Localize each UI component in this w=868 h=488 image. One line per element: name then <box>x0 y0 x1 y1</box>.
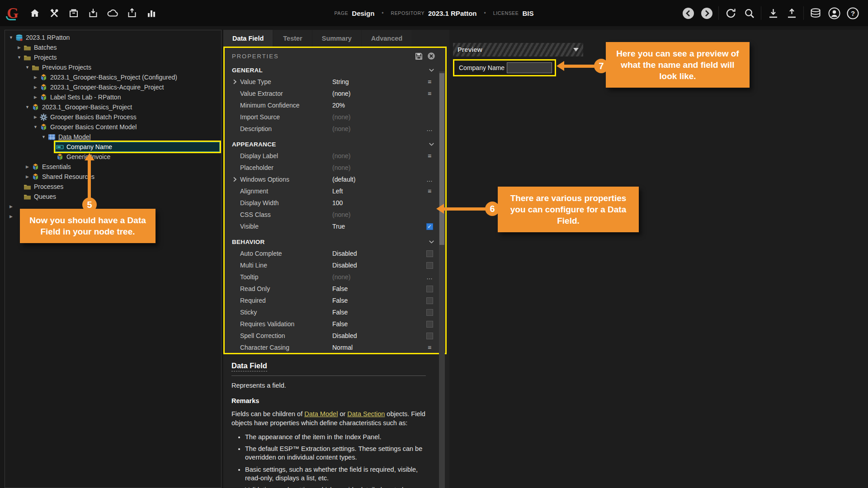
property-row-sticky[interactable]: StickyFalse <box>225 306 445 318</box>
vertical-scrollbar[interactable] <box>439 71 445 488</box>
stack-icon[interactable] <box>809 6 822 20</box>
property-row-value-extractor[interactable]: Value Extractor(none)≡ <box>225 88 445 99</box>
property-row-placeholder[interactable]: Placeholder(none) <box>225 162 445 174</box>
upload-icon[interactable] <box>785 6 798 20</box>
download-icon[interactable] <box>766 6 780 20</box>
section-header-behavior[interactable]: BEHAVIOR <box>225 236 445 248</box>
property-row-windows-options[interactable]: Windows Options(default)… <box>225 174 445 185</box>
tree-item-batches[interactable]: ▶Batches <box>5 42 221 52</box>
checkbox-unchecked[interactable] <box>426 309 433 316</box>
expander-right-icon[interactable]: ▶ <box>24 174 31 179</box>
expander-right-icon[interactable]: ▶ <box>32 75 39 80</box>
property-row-import-source[interactable]: Import Source(none) <box>225 111 445 123</box>
batches-icon[interactable] <box>67 6 80 20</box>
tree-item-projects[interactable]: ▼Projects <box>5 52 221 62</box>
tree-item-processes[interactable]: Processes <box>5 182 221 192</box>
expander-right-icon[interactable] <box>233 177 240 182</box>
export-box-icon[interactable] <box>125 6 139 20</box>
property-row-display-label[interactable]: Display Label(none)≡ <box>225 150 445 162</box>
expander-down-icon[interactable]: ▼ <box>24 65 31 70</box>
checkbox-unchecked[interactable] <box>426 250 433 257</box>
tree-item-company-name[interactable]: Company Name <box>5 142 221 152</box>
property-row-tooltip[interactable]: Tooltip(none)… <box>225 271 445 283</box>
expander-right-icon[interactable]: ▶ <box>32 115 39 119</box>
expander-right-icon[interactable]: ▶ <box>16 45 23 50</box>
import-box-icon[interactable] <box>86 6 100 20</box>
checkbox-unchecked[interactable] <box>426 333 433 339</box>
tab-tester[interactable]: Tester <box>274 30 311 47</box>
tree-item-grooper-basics-content-model[interactable]: ▼Grooper Basics Content Model <box>5 122 221 132</box>
expander-right-icon[interactable]: ▶ <box>8 204 14 209</box>
tree-item-label-sets-lab-rpatton[interactable]: ▶Label Sets Lab - RPatton <box>5 92 221 102</box>
menu-icon[interactable]: ≡ <box>425 152 434 160</box>
tree-item-generic-invoice[interactable]: Generic Invoice <box>5 152 221 162</box>
preview-dropdown[interactable]: Preview <box>453 43 583 56</box>
forward-icon[interactable] <box>700 6 713 20</box>
checkbox-unchecked[interactable] <box>426 262 433 269</box>
property-row-read-only[interactable]: Read OnlyFalse <box>225 283 445 295</box>
search-icon[interactable] <box>742 6 756 20</box>
property-row-description[interactable]: Description(none)… <box>225 123 445 135</box>
expander-down-icon[interactable]: ▼ <box>8 35 14 40</box>
ellipsis-button[interactable]: … <box>425 125 434 132</box>
checkbox-checked[interactable]: ✓ <box>426 223 433 230</box>
section-header-appearance[interactable]: APPEARANCE <box>225 138 445 150</box>
user-icon[interactable] <box>827 6 841 20</box>
property-row-required[interactable]: RequiredFalse <box>225 295 445 306</box>
expander-down-icon[interactable]: ▼ <box>16 55 23 60</box>
tree-item-grooper-basics-batch-process[interactable]: ▶Grooper Basics Batch Process <box>5 112 221 122</box>
property-row-multi-line[interactable]: Multi LineDisabled <box>225 259 445 271</box>
tree-item-data-model[interactable]: ▼Data Model <box>5 132 221 142</box>
tree-item-2023-1-grooper-basics-project-configured[interactable]: ▶2023.1_Grooper-Basics_Project (Configur… <box>5 72 221 82</box>
tab-advanced[interactable]: Advanced <box>362 30 411 47</box>
expander-right-icon[interactable]: ▶ <box>8 214 14 219</box>
property-row-css-class[interactable]: CSS Class(none) <box>225 209 445 221</box>
preview-company-name-input[interactable] <box>507 62 552 73</box>
tree-item-previous-projects[interactable]: ▼Previous Projects <box>5 62 221 72</box>
save-button[interactable] <box>415 52 423 60</box>
property-row-character-casing[interactable]: Character CasingNormal≡ <box>225 342 445 353</box>
tools-icon[interactable] <box>47 6 61 20</box>
menu-icon[interactable]: ≡ <box>425 344 434 351</box>
expander-down-icon[interactable]: ▼ <box>32 125 39 129</box>
grooper-logo[interactable]: G <box>0 6 25 20</box>
menu-icon[interactable]: ≡ <box>425 78 434 85</box>
menu-icon[interactable]: ≡ <box>425 90 434 97</box>
property-row-alignment[interactable]: AlignmentLeft≡ <box>225 185 445 197</box>
ellipsis-button[interactable]: … <box>425 273 434 281</box>
checkbox-unchecked[interactable] <box>426 321 433 328</box>
cloud-icon[interactable] <box>106 6 119 20</box>
section-header-general[interactable]: GENERAL <box>225 64 445 76</box>
doc-link-data-model[interactable]: Data Model <box>304 410 338 418</box>
property-row-visible[interactable]: VisibleTrue✓ <box>225 221 445 232</box>
tree-item-shared-resources[interactable]: ▶Shared Resources <box>5 172 221 182</box>
menu-icon[interactable]: ≡ <box>425 188 434 195</box>
property-row-value-type[interactable]: Value TypeString≡ <box>225 76 445 88</box>
cancel-button[interactable] <box>427 52 435 60</box>
expander-right-icon[interactable]: ▶ <box>32 95 39 99</box>
help-icon[interactable]: ? <box>846 6 859 20</box>
tree-item-2023-1-grooper-basics-project[interactable]: ▼2023.1_Grooper-Basics_Project <box>5 102 221 112</box>
stats-icon[interactable] <box>145 6 158 20</box>
back-icon[interactable] <box>681 6 695 20</box>
tree-item-essentials[interactable]: ▶Essentials <box>5 162 221 172</box>
doc-link-data-section[interactable]: Data Section <box>347 410 385 418</box>
property-row-requires-validation[interactable]: Requires ValidationFalse <box>225 318 445 330</box>
tab-data-field[interactable]: Data Field <box>223 30 273 47</box>
property-row-spell-correction[interactable]: Spell CorrectionDisabled <box>225 330 445 342</box>
tree-item-2023-1-rpatton[interactable]: ▼2023.1 RPatton <box>5 33 221 42</box>
expander-right-icon[interactable] <box>233 79 240 84</box>
tab-summary[interactable]: Summary <box>313 30 361 47</box>
expander-right-icon[interactable]: ▶ <box>32 85 39 89</box>
expander-down-icon[interactable]: ▼ <box>24 105 31 109</box>
refresh-icon[interactable] <box>724 6 737 20</box>
ellipsis-button[interactable]: … <box>425 176 434 183</box>
tree-item-queues[interactable]: Queues <box>5 192 221 202</box>
checkbox-unchecked[interactable] <box>426 297 433 304</box>
home-icon[interactable] <box>28 6 42 20</box>
expander-down-icon[interactable]: ▼ <box>40 135 47 139</box>
tree-item-2023-1-grooper-basics-acquire-project[interactable]: ▶2023.1_Grooper-Basics-Acquire_Project <box>5 82 221 92</box>
property-row-minimum-confidence[interactable]: Minimum Confidence20% <box>225 99 445 111</box>
property-row-auto-complete[interactable]: Auto CompleteDisabled <box>225 248 445 259</box>
scrollbar-thumb[interactable] <box>439 73 444 245</box>
